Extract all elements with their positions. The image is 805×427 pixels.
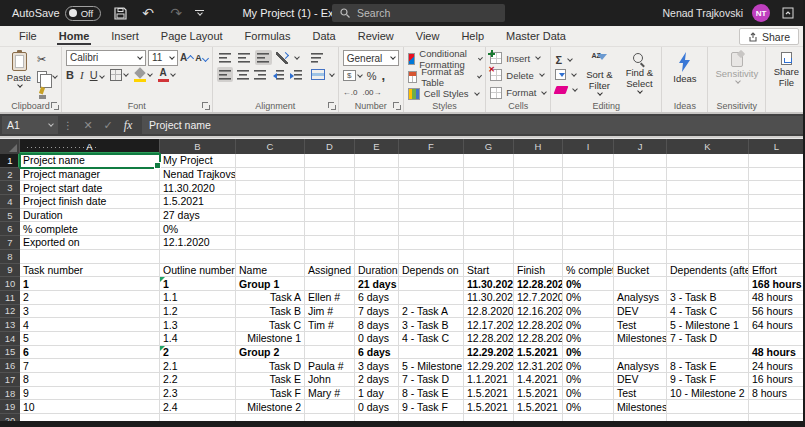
- cell-L11[interactable]: 48 hours: [749, 291, 805, 305]
- cell-E19[interactable]: 0 days: [355, 400, 399, 414]
- cell-D14[interactable]: [305, 332, 355, 346]
- cell-I1[interactable]: [563, 154, 614, 168]
- cell-A15[interactable]: 6: [20, 346, 160, 360]
- cell-G11[interactable]: 11.30.2020: [464, 291, 514, 305]
- cell-A3[interactable]: Project start date: [20, 181, 160, 195]
- cell-G5[interactable]: [464, 209, 514, 223]
- cell-E2[interactable]: [355, 168, 399, 182]
- cell-I19[interactable]: 0%: [563, 400, 614, 414]
- cell-D19[interactable]: [305, 400, 355, 414]
- fill-color-button[interactable]: [134, 69, 152, 81]
- cell-J16[interactable]: Analysys: [614, 359, 667, 373]
- align-center-button[interactable]: [235, 67, 251, 82]
- cell-B7[interactable]: 12.1.2020: [160, 236, 236, 250]
- cell-A6[interactable]: % complete: [20, 222, 160, 236]
- cell-B4[interactable]: 1.5.2021: [160, 195, 236, 209]
- cell-C12[interactable]: Task B: [236, 305, 305, 319]
- cell-G13[interactable]: 12.17.2020: [464, 318, 514, 332]
- cell-I16[interactable]: 0%: [563, 359, 614, 373]
- row-header-15[interactable]: 15: [0, 346, 20, 360]
- cell-K16[interactable]: 8 - Task E: [667, 359, 749, 373]
- cell-K10[interactable]: [667, 277, 749, 291]
- cell-J10[interactable]: [614, 277, 667, 291]
- cell-H1[interactable]: [514, 154, 563, 168]
- column-header-D[interactable]: D: [305, 139, 355, 154]
- cell-L13[interactable]: 64 hours: [749, 318, 805, 332]
- bold-button[interactable]: B: [66, 69, 74, 81]
- underline-button[interactable]: U: [90, 69, 104, 81]
- cell-C15[interactable]: Group 2: [236, 346, 305, 360]
- cell-F5[interactable]: [399, 209, 464, 223]
- cell-J11[interactable]: Analysys: [614, 291, 667, 305]
- cell-C9[interactable]: Name: [236, 264, 305, 278]
- alignment-dialog-launcher-icon[interactable]: [328, 102, 336, 110]
- cell-D16[interactable]: Paula #: [305, 359, 355, 373]
- cell-J9[interactable]: Bucket: [614, 264, 667, 278]
- merge-center-button[interactable]: [310, 67, 326, 82]
- row-header-5[interactable]: 5: [0, 209, 20, 223]
- autosave-toggle[interactable]: Off: [65, 6, 102, 21]
- autosum-button[interactable]: Σ: [555, 53, 577, 66]
- cell-E18[interactable]: 1 day: [355, 387, 399, 401]
- row-header-16[interactable]: 16: [0, 359, 20, 373]
- cell-L1[interactable]: [749, 154, 805, 168]
- cell-B1[interactable]: My Project: [160, 154, 236, 168]
- cell-E13[interactable]: 8 days: [355, 318, 399, 332]
- tab-insert[interactable]: Insert: [100, 26, 150, 46]
- cell-F10[interactable]: [399, 277, 464, 291]
- cell-F12[interactable]: 2 - Task A: [399, 305, 464, 319]
- cell-K1[interactable]: [667, 154, 749, 168]
- cell-G17[interactable]: 1.1.2021: [464, 373, 514, 387]
- row-header-18[interactable]: 18: [0, 387, 20, 401]
- number-dialog-launcher-icon[interactable]: [393, 102, 401, 110]
- cell-F15[interactable]: [399, 346, 464, 360]
- cell-A18[interactable]: 9: [20, 387, 160, 401]
- cell-K6[interactable]: [667, 222, 749, 236]
- wrap-text-button[interactable]: [309, 50, 326, 65]
- cell-I10[interactable]: 0%: [563, 277, 614, 291]
- cell-G3[interactable]: [464, 181, 514, 195]
- format-as-table-button[interactable]: Format as Table: [408, 69, 482, 84]
- cell-H16[interactable]: 12.31.2020: [514, 359, 563, 373]
- cell-B5[interactable]: 27 days: [160, 209, 236, 223]
- row-header-14[interactable]: 14: [0, 332, 20, 346]
- cell-D6[interactable]: [305, 222, 355, 236]
- search-input[interactable]: Search: [332, 4, 505, 22]
- cell-C10[interactable]: Group 1: [236, 277, 305, 291]
- cell-D3[interactable]: [305, 181, 355, 195]
- cell-B16[interactable]: 2.1: [160, 359, 236, 373]
- cell-K17[interactable]: 9 - Task F: [667, 373, 749, 387]
- format-cells-button[interactable]: Format: [490, 86, 546, 100]
- cell-C14[interactable]: Milestone 1: [236, 332, 305, 346]
- cell-I9[interactable]: % complete: [563, 264, 614, 278]
- cell-E11[interactable]: 6 days: [355, 291, 399, 305]
- cell-D12[interactable]: Jim #: [305, 305, 355, 319]
- row-header-6[interactable]: 6: [0, 222, 20, 236]
- cell-I12[interactable]: 0%: [563, 305, 614, 319]
- cell-I17[interactable]: 0%: [563, 373, 614, 387]
- row-header-12[interactable]: 12: [0, 305, 20, 319]
- orientation-button[interactable]: [274, 50, 291, 65]
- row-header-3[interactable]: 3: [0, 181, 20, 195]
- italic-button[interactable]: I: [80, 69, 84, 81]
- find-select-button[interactable]: Find & Select: [621, 50, 657, 100]
- cell-E8[interactable]: [355, 250, 399, 264]
- cell-I11[interactable]: 0%: [563, 291, 614, 305]
- cell-B9[interactable]: Outline number: [160, 264, 236, 278]
- cell-G1[interactable]: [464, 154, 514, 168]
- cell-G14[interactable]: 12.28.2020: [464, 332, 514, 346]
- tab-view[interactable]: View: [405, 26, 451, 46]
- cell-E5[interactable]: [355, 209, 399, 223]
- cell-J1[interactable]: [614, 154, 667, 168]
- row-header-1[interactable]: 1: [0, 154, 20, 168]
- cell-C8[interactable]: [236, 250, 305, 264]
- cell-J15[interactable]: [614, 346, 667, 360]
- cell-E15[interactable]: 6 days: [355, 346, 399, 360]
- cell-I2[interactable]: [563, 168, 614, 182]
- delete-cells-button[interactable]: Delete: [490, 68, 546, 82]
- cell-C17[interactable]: Task E: [236, 373, 305, 387]
- cell-A9[interactable]: Task number: [20, 264, 160, 278]
- cell-K8[interactable]: [667, 250, 749, 264]
- cell-F14[interactable]: 4 - Task C: [399, 332, 464, 346]
- cell-F4[interactable]: [399, 195, 464, 209]
